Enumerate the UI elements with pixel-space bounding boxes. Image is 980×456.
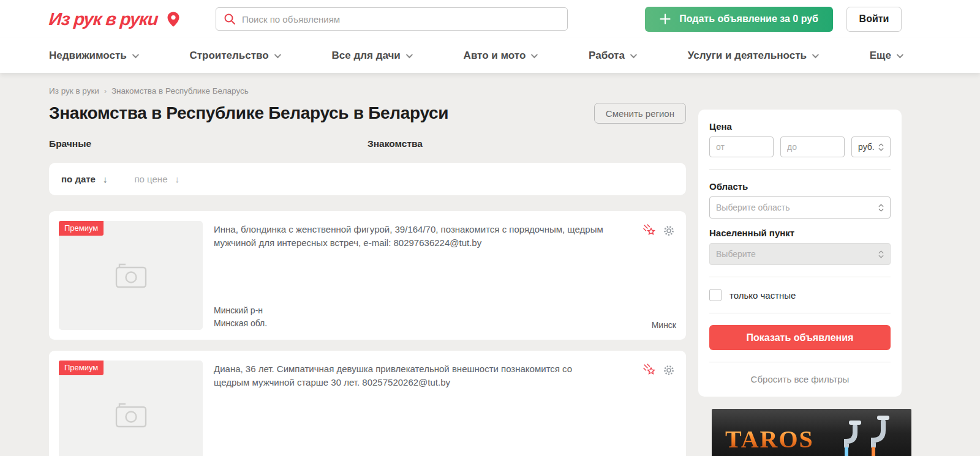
nav-item-dacha[interactable]: Все для дачи: [332, 50, 411, 62]
nav-item-real-estate[interactable]: Недвижимость: [49, 50, 137, 62]
updown-chevrons-icon: [878, 143, 884, 151]
updown-chevrons-icon: [878, 204, 884, 212]
divider: [709, 277, 891, 277]
nav-item-auto[interactable]: Авто и мото: [464, 50, 537, 62]
filters-panel: Цена руб. Область Выберите область: [698, 110, 902, 397]
listing-city: Минск: [652, 320, 676, 330]
ad-brand-text: TAROS: [725, 425, 834, 454]
city-label: Населенный пункт: [709, 228, 891, 238]
change-region-button[interactable]: Сменить регион: [594, 103, 686, 124]
currency-select[interactable]: руб.: [851, 136, 891, 157]
chevron-down-icon: [274, 51, 281, 58]
region-label: Область: [709, 181, 891, 192]
private-only-row[interactable]: только частные: [709, 289, 891, 301]
price-label: Цена: [709, 121, 891, 132]
sort-by-date[interactable]: по дате ↓: [61, 174, 107, 184]
chevron-down-icon: [897, 51, 903, 58]
divider: [709, 313, 891, 313]
reset-filters-link[interactable]: Сбросить все фильтры: [709, 374, 891, 384]
search-box: [216, 7, 568, 31]
premium-badge: Премиум: [59, 361, 104, 375]
arrow-down-icon: ↓: [175, 174, 179, 184]
logo[interactable]: Из рук в руки: [48, 9, 159, 29]
listing-description: Диана, 36 лет. Симпатичная девушка привл…: [214, 361, 606, 389]
private-only-checkbox[interactable]: [709, 289, 722, 301]
category-marriage[interactable]: Брачные: [49, 138, 91, 149]
search-input[interactable]: [242, 14, 560, 24]
listing-photo-placeholder: Премиум: [59, 361, 203, 456]
listing-district: Минский р-н: [214, 304, 267, 317]
breadcrumb-current: Знакомства в Республике Беларусь: [111, 86, 249, 95]
city-select: Выберите: [709, 243, 891, 265]
divider: [709, 362, 891, 362]
private-only-label: только частные: [729, 290, 796, 301]
page-title: Знакомства в Республике Беларусь в Белар…: [49, 103, 448, 123]
breadcrumb: Из рук в руки › Знакомства в Республике …: [49, 86, 686, 95]
listing-photo-placeholder: Премиум: [59, 221, 203, 330]
listing-card[interactable]: Премиум Диана, 36 лет. Симпатичная девуш…: [49, 351, 686, 456]
nav-item-jobs[interactable]: Работа: [589, 50, 635, 62]
listing-card[interactable]: Премиум Инна, блондинка с женственной фи…: [49, 211, 686, 340]
arrow-down-icon: ↓: [103, 174, 108, 184]
chevron-down-icon: [132, 51, 138, 58]
faucets-illustration: [834, 413, 903, 456]
header: Из рук в руки Подать объявление за 0 руб…: [0, 0, 980, 38]
login-button[interactable]: Войти: [846, 7, 902, 32]
chevron-down-icon: [406, 51, 413, 58]
promote-shooting-star-icon[interactable]: [643, 364, 657, 376]
category-links: Брачные Знакомства: [49, 138, 686, 149]
breadcrumb-separator-icon: ›: [104, 87, 107, 95]
chevron-down-icon: [812, 51, 819, 58]
location-pin-icon[interactable]: [167, 11, 180, 28]
sort-by-price[interactable]: по цене ↓: [134, 174, 179, 184]
show-listings-button[interactable]: Показать объявления: [709, 325, 891, 350]
main-nav: Недвижимость Строительство Все для дачи …: [0, 38, 980, 73]
updown-chevrons-icon: [878, 250, 884, 258]
post-ad-button[interactable]: Подать объявление за 0 руб: [645, 7, 833, 32]
plus-icon: [660, 13, 671, 24]
category-dating[interactable]: Знакомства: [368, 138, 423, 149]
search-icon: [224, 13, 236, 25]
breadcrumb-home[interactable]: Из рук в руки: [49, 86, 99, 95]
chevron-down-icon: [630, 51, 637, 58]
nav-item-construction[interactable]: Строительство: [189, 50, 279, 62]
region-select[interactable]: Выберите область: [709, 196, 891, 219]
camera-icon: [115, 401, 148, 429]
divider: [709, 169, 891, 170]
gear-icon[interactable]: [663, 225, 675, 237]
premium-badge: Премиум: [59, 221, 104, 236]
nav-item-services[interactable]: Услуги и деятельность: [688, 50, 817, 62]
listing-description: Инна, блондинка с женственной фигурой, 3…: [214, 221, 636, 250]
ad-banner[interactable]: TAROS: [712, 409, 911, 456]
price-from-input[interactable]: [709, 136, 774, 157]
chevron-down-icon: [531, 51, 538, 58]
gear-icon[interactable]: [663, 364, 675, 376]
post-ad-label: Подать объявление за 0 руб: [679, 13, 818, 24]
listing-region: Минская обл.: [214, 317, 267, 330]
nav-item-more[interactable]: Еще: [870, 50, 902, 62]
camera-icon: [115, 261, 148, 290]
promote-shooting-star-icon[interactable]: [643, 224, 657, 237]
price-to-input[interactable]: [780, 136, 845, 157]
sort-bar: по дате ↓ по цене ↓: [49, 163, 686, 195]
